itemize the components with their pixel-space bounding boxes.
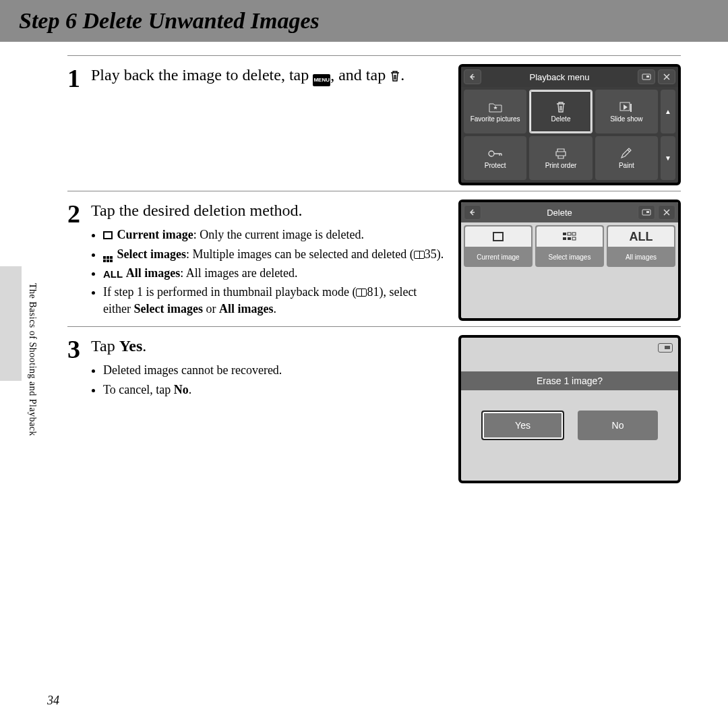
page-header: Step 6 Delete Unwanted Images bbox=[0, 0, 728, 42]
back-icon[interactable] bbox=[464, 69, 481, 84]
bullet: Select images: Multiple images can be se… bbox=[103, 246, 445, 262]
square-icon bbox=[465, 226, 531, 247]
bullet: To cancel, tap No. bbox=[103, 382, 282, 398]
step-number: 1 bbox=[67, 65, 80, 91]
all-icon: ALL bbox=[608, 226, 674, 247]
close-icon[interactable] bbox=[658, 205, 675, 220]
bullet: ALL All images: All images are deleted. bbox=[103, 265, 445, 281]
bullet: If step 1 is performed in thumbnail play… bbox=[103, 284, 445, 317]
menu-slide-show[interactable]: Slide show bbox=[595, 90, 658, 133]
screen-title: Delete bbox=[484, 208, 635, 218]
bullet: Current image: Only the current image is… bbox=[103, 226, 445, 243]
grid-icon bbox=[537, 226, 603, 247]
play-icon bbox=[619, 100, 634, 114]
mode-icon[interactable] bbox=[638, 69, 655, 84]
playback-menu-screen: Playback menu Favorite pictures Delete bbox=[458, 64, 681, 185]
folder-star-icon bbox=[488, 100, 503, 114]
svg-rect-1 bbox=[646, 75, 649, 78]
menu-paint[interactable]: Paint bbox=[595, 136, 658, 180]
scroll-down-icon[interactable]: ▼ bbox=[661, 136, 675, 180]
step-number: 2 bbox=[67, 201, 80, 226]
svg-rect-11 bbox=[568, 237, 571, 240]
step-1: 1 Play back the image to delete, tap MEN… bbox=[67, 64, 681, 185]
back-icon[interactable] bbox=[464, 205, 481, 220]
bullet-list: Deleted images cannot be recovered. To c… bbox=[91, 362, 282, 398]
step-3: 3 Tap Yes. Deleted images cannot be reco… bbox=[67, 335, 681, 483]
svg-rect-9 bbox=[572, 233, 576, 235]
confirm-screen: Erase 1 image? Yes No bbox=[458, 335, 681, 483]
scroll-up-icon[interactable]: ▲ bbox=[661, 90, 675, 133]
confirm-prompt: Erase 1 image? bbox=[461, 371, 678, 390]
menu-print-order[interactable]: Print order bbox=[529, 136, 592, 180]
printer-icon bbox=[554, 147, 568, 160]
grid-icon bbox=[103, 256, 113, 262]
no-button[interactable]: No bbox=[578, 411, 658, 440]
menu-favorite-pictures[interactable]: Favorite pictures bbox=[464, 90, 526, 133]
menu-delete[interactable]: Delete bbox=[529, 90, 592, 133]
menu-icon: MENU bbox=[313, 74, 330, 86]
rule bbox=[67, 326, 681, 327]
svg-rect-8 bbox=[568, 233, 571, 235]
svg-rect-12 bbox=[572, 237, 576, 240]
opt-current-image[interactable]: Current image bbox=[464, 225, 533, 267]
book-icon bbox=[356, 289, 367, 297]
screen-title: Playback menu bbox=[484, 72, 635, 82]
pencil-icon bbox=[619, 147, 633, 160]
square-icon bbox=[103, 231, 113, 239]
trash-icon bbox=[555, 100, 567, 114]
svg-rect-7 bbox=[563, 233, 566, 235]
bullet: Deleted images cannot be recovered. bbox=[103, 362, 282, 378]
step-text: Tap the desired deletion method. bbox=[91, 200, 445, 221]
step-text: Tap Yes. bbox=[91, 335, 282, 357]
rule bbox=[67, 191, 681, 191]
menu-protect[interactable]: Protect bbox=[464, 136, 526, 180]
svg-rect-5 bbox=[646, 211, 649, 213]
mode-icon[interactable] bbox=[638, 205, 655, 220]
delete-method-screen: Delete Current image Select images ALL A… bbox=[458, 200, 681, 321]
mode-icon bbox=[658, 343, 673, 353]
rule bbox=[67, 55, 681, 56]
yes-button[interactable]: Yes bbox=[481, 411, 564, 440]
all-icon: ALL bbox=[103, 268, 123, 280]
bullet-list: Current image: Only the current image is… bbox=[91, 226, 445, 316]
key-icon bbox=[488, 147, 503, 160]
close-icon[interactable] bbox=[658, 69, 675, 84]
page-number: 34 bbox=[47, 694, 59, 708]
svg-rect-6 bbox=[493, 233, 503, 241]
step-number: 3 bbox=[67, 336, 80, 362]
step-text: Play back the image to delete, tap MENU,… bbox=[91, 64, 404, 86]
opt-all-images[interactable]: ALL All images bbox=[607, 225, 675, 267]
step-2: 2 Tap the desired deletion method. Curre… bbox=[67, 200, 681, 321]
book-icon bbox=[414, 251, 425, 259]
opt-select-images[interactable]: Select images bbox=[535, 225, 604, 267]
svg-rect-10 bbox=[563, 237, 566, 240]
trash-icon bbox=[390, 70, 400, 82]
svg-point-3 bbox=[489, 151, 494, 156]
